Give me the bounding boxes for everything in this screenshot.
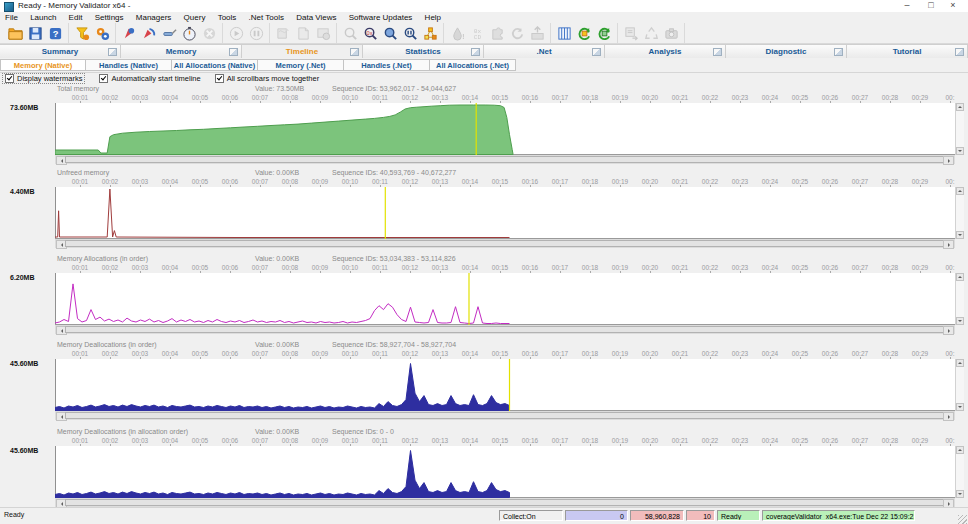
time-tick-label: 00:02: [99, 264, 121, 271]
subtab-memory-dotnet[interactable]: Memory (.Net): [258, 59, 344, 71]
scroll-down-button[interactable]: [956, 147, 964, 155]
subtab-handles-native[interactable]: Handles (Native): [86, 59, 172, 71]
tab-label: .Net: [536, 47, 551, 56]
subtab-handles-dotnet[interactable]: Handles (.Net): [344, 59, 430, 71]
horizontal-scrollbar[interactable]: [55, 411, 955, 420]
tab-dotnet[interactable]: .Net: [484, 45, 605, 59]
scrollbar-thumb[interactable]: [65, 326, 945, 333]
time-tick-label: 00:13: [429, 94, 451, 101]
scroll-down-button[interactable]: [956, 317, 964, 325]
subtab-all-allocations-dotnet[interactable]: All Allocations (.Net): [430, 59, 516, 71]
minimize-button[interactable]: –: [896, 0, 918, 11]
auto-start-timeline-checkbox[interactable]: Automatically start timeline: [99, 74, 200, 83]
scroll-down-button[interactable]: [956, 403, 964, 411]
tab-diagnostic[interactable]: Diagnostic: [726, 45, 847, 59]
menu-managers[interactable]: Managers: [131, 12, 177, 23]
relaunch-icon[interactable]: [140, 24, 158, 42]
menu-tools[interactable]: Tools: [213, 12, 242, 23]
play-icon: [227, 24, 245, 42]
launch-icon[interactable]: [120, 24, 138, 42]
time-tick-label: 00:10: [339, 94, 361, 101]
find-address-icon[interactable]: 0x: [361, 24, 379, 42]
time-tick-label: 00:07: [249, 94, 271, 101]
vertical-scrollbar[interactable]: [955, 103, 964, 155]
hotspots-icon[interactable]: [421, 24, 439, 42]
menu-edit[interactable]: Edit: [64, 12, 88, 23]
refresh-timeline-icon[interactable]: [575, 24, 593, 42]
scroll-right-button[interactable]: [943, 240, 954, 249]
menu-data-views[interactable]: Data Views: [291, 12, 341, 23]
inject-icon[interactable]: [160, 24, 178, 42]
scrollbar-thumb[interactable]: [65, 499, 945, 506]
subtab-memory-native[interactable]: Memory (Native): [0, 59, 86, 71]
subtab-all-allocations-native[interactable]: All Allocations (Native): [172, 59, 258, 71]
zoom-allocations-icon[interactable]: [381, 24, 399, 42]
scroll-up-button[interactable]: [956, 359, 964, 367]
menu-file[interactable]: File: [0, 12, 23, 23]
tab-memory[interactable]: Memory: [121, 45, 242, 59]
scroll-up-button[interactable]: [956, 273, 964, 281]
menu-settings[interactable]: Settings: [90, 12, 129, 23]
time-tick-label: 00:09: [309, 178, 331, 185]
chart-plot-area[interactable]: [55, 273, 955, 325]
menu-launch[interactable]: Launch: [25, 12, 61, 23]
display-watermarks-checkbox[interactable]: Display watermarks: [2, 73, 85, 84]
chart-plot-area[interactable]: [55, 446, 955, 498]
scroll-right-button[interactable]: [943, 156, 954, 165]
chart-plot-area[interactable]: [55, 359, 955, 411]
scroll-down-button[interactable]: [956, 231, 964, 239]
chart-plot-area[interactable]: [55, 187, 955, 239]
menu-net-tools[interactable]: .Net Tools: [244, 12, 289, 23]
wait-for-app-icon[interactable]: [180, 24, 198, 42]
tab-statistics[interactable]: Statistics: [363, 45, 484, 59]
svg-text:0x: 0x: [366, 29, 372, 35]
horizontal-scrollbar[interactable]: [55, 155, 955, 164]
tab-analysis[interactable]: Analysis: [605, 45, 726, 59]
chart-plot-area[interactable]: [55, 103, 955, 155]
scroll-right-button[interactable]: [943, 412, 954, 421]
vertical-scrollbar[interactable]: [955, 446, 964, 498]
time-tick-label: 00:25: [789, 437, 811, 444]
time-tick-label: 00:28: [879, 350, 901, 357]
scrollbar-thumb[interactable]: [65, 156, 945, 163]
time-tick-label: 00:04: [159, 94, 181, 101]
horizontal-scrollbar[interactable]: [55, 498, 955, 507]
menu-query[interactable]: Query: [179, 12, 211, 23]
refresh-all-icon[interactable]: [595, 24, 613, 42]
display-filter-icon[interactable]: [73, 24, 91, 42]
scroll-up-button[interactable]: [956, 446, 964, 454]
horizontal-scrollbar[interactable]: [55, 325, 955, 334]
scrollbar-thumb[interactable]: [65, 412, 945, 419]
chart-header: Total memory Value: 73.50MB Sequence IDs…: [0, 84, 968, 94]
tab-label: Tutorial: [893, 47, 922, 56]
scrollbar-thumb[interactable]: [65, 240, 945, 247]
maximize-button[interactable]: □: [920, 0, 942, 11]
open-file-icon[interactable]: [6, 24, 24, 42]
time-tick-label: 00:06: [219, 437, 241, 444]
close-button[interactable]: ×: [942, 0, 964, 11]
vertical-scrollbar[interactable]: [955, 187, 964, 239]
horizontal-scrollbar[interactable]: [55, 239, 955, 248]
scroll-up-button[interactable]: [956, 103, 964, 111]
help-icon[interactable]: ?: [46, 24, 64, 42]
menu-software-updates[interactable]: Software Updates: [344, 12, 418, 23]
tab-tutorial[interactable]: Tutorial: [847, 45, 968, 59]
vertical-scrollbar[interactable]: [955, 273, 964, 325]
resize-grip[interactable]: [958, 515, 967, 524]
scroll-right-button[interactable]: [943, 326, 954, 335]
chart-canvas: [55, 446, 955, 498]
tab-timeline[interactable]: Timeline: [242, 45, 363, 59]
time-tick-label: 00:25: [789, 178, 811, 185]
scrollbars-together-checkbox[interactable]: All scrollbars move together: [215, 74, 320, 83]
vertical-scrollbar[interactable]: [955, 359, 964, 411]
save-session-icon[interactable]: [26, 24, 44, 42]
settings-icon[interactable]: [93, 24, 111, 42]
time-tick-label: 00:07: [249, 178, 271, 185]
scroll-down-button[interactable]: [956, 490, 964, 498]
tab-summary[interactable]: Summary: [0, 45, 121, 59]
scroll-up-button[interactable]: [956, 187, 964, 195]
zoom-pause-icon[interactable]: [401, 24, 419, 42]
up-arrow-icon: [958, 447, 962, 451]
menu-help[interactable]: Help: [420, 12, 446, 23]
display-settings-icon[interactable]: [555, 24, 573, 42]
